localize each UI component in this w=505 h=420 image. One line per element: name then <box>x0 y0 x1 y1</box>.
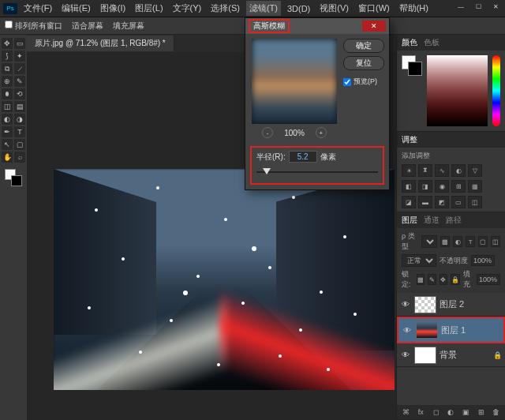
adj-threshold-icon[interactable]: ◩ <box>435 196 449 208</box>
layer-row[interactable]: 👁 图层 2 <box>397 293 505 317</box>
hue-slider[interactable] <box>492 55 500 126</box>
adj-photo-filter-icon[interactable]: ◉ <box>435 180 449 193</box>
preview-thumbnail[interactable] <box>252 39 337 124</box>
blend-mode-select[interactable]: 正常 <box>402 254 436 267</box>
menu-window[interactable]: 窗口(W) <box>355 1 393 16</box>
panel-swatches[interactable] <box>402 55 422 76</box>
adj-hue-icon[interactable]: ◧ <box>402 180 416 193</box>
layer-name[interactable]: 图层 2 <box>440 298 464 310</box>
layer-name[interactable]: 背景 <box>440 349 457 361</box>
radius-input[interactable] <box>289 151 317 163</box>
path-tool[interactable]: ↖ <box>2 139 13 150</box>
color-swatches[interactable] <box>5 169 22 186</box>
mask-icon[interactable]: ◻ <box>430 407 441 418</box>
gaussian-blur-dialog[interactable]: 高斯模糊 ✕ - 100% + 确定 复位 预览(P) 半径(R): 像素 <box>245 17 390 190</box>
menu-layer[interactable]: 图层(L) <box>132 1 166 16</box>
lock-pos-icon[interactable]: ✥ <box>440 274 448 285</box>
tab-adjust[interactable]: 调整 <box>402 134 417 145</box>
menu-filter[interactable]: 滤镜(T) <box>246 1 281 16</box>
opt-fill[interactable]: 填充屏幕 <box>113 21 144 32</box>
wand-tool[interactable]: ✦ <box>14 51 25 62</box>
radius-slider[interactable] <box>256 167 378 177</box>
history-brush-tool[interactable]: ⟲ <box>14 88 25 99</box>
menu-select[interactable]: 选择(S) <box>208 1 243 16</box>
adj-curves-icon[interactable]: ∿ <box>435 164 449 177</box>
link-icon[interactable]: ⌘ <box>400 407 411 418</box>
adjustment-icon[interactable]: ◐ <box>445 407 456 418</box>
blur-tool[interactable]: ◐ <box>2 114 13 125</box>
lasso-tool[interactable]: ⟆ <box>2 51 13 62</box>
layer-thumb[interactable] <box>414 347 436 364</box>
menu-type[interactable]: 文字(Y) <box>170 1 205 16</box>
adj-vibrance-icon[interactable]: ▽ <box>468 164 482 177</box>
layer-kind-select[interactable] <box>421 235 437 248</box>
layer-row-selected[interactable]: 👁 图层 1 <box>397 317 505 343</box>
preview-checkbox[interactable]: 预览(P) <box>343 77 384 87</box>
shape-tool[interactable]: ▢ <box>14 139 25 150</box>
lock-pixel-icon[interactable]: ✎ <box>428 274 436 285</box>
fx-icon[interactable]: fx <box>415 407 426 418</box>
maximize-button[interactable]: ☐ <box>470 2 486 11</box>
visibility-icon[interactable]: 👁 <box>400 350 411 361</box>
adj-selcolor-icon[interactable]: ◫ <box>468 196 482 208</box>
move-tool[interactable]: ✥ <box>2 38 13 49</box>
menu-view[interactable]: 视图(V) <box>316 1 352 16</box>
ok-button[interactable]: 确定 <box>343 39 384 53</box>
dodge-tool[interactable]: ◑ <box>14 114 25 125</box>
menu-file[interactable]: 文件(F) <box>21 1 55 16</box>
zoom-tool[interactable]: ⌕ <box>14 152 25 163</box>
filter-pixel-icon[interactable]: ▩ <box>440 236 450 247</box>
visibility-icon[interactable]: 👁 <box>400 299 411 310</box>
gradient-tool[interactable]: ▤ <box>14 101 25 112</box>
type-tool[interactable]: T <box>14 126 25 137</box>
opacity-input[interactable] <box>471 255 495 266</box>
adj-invert-icon[interactable]: ◪ <box>402 196 416 208</box>
pen-tool[interactable]: ✒ <box>2 126 13 137</box>
eraser-tool[interactable]: ◫ <box>2 101 13 112</box>
menu-help[interactable]: 帮助(H) <box>396 1 432 16</box>
crop-tool[interactable]: ⧉ <box>2 63 13 74</box>
layer-name[interactable]: 图层 1 <box>441 324 466 336</box>
document-tab[interactable]: 原片.jpg @ 71.2% (图层 1, RGB/8#) * <box>27 36 174 51</box>
layer-row[interactable]: 👁 背景 🔒 <box>397 343 505 367</box>
new-layer-icon[interactable]: ⊞ <box>476 407 487 418</box>
cancel-button[interactable]: 复位 <box>343 56 384 70</box>
adj-lookup-icon[interactable]: ▦ <box>468 180 482 193</box>
filter-type-icon[interactable]: T <box>466 236 475 247</box>
zoom-in-button[interactable]: + <box>316 127 327 138</box>
stamp-tool[interactable]: ⧯ <box>2 88 13 99</box>
heal-tool[interactable]: ⊕ <box>2 76 13 87</box>
menu-image[interactable]: 图像(I) <box>97 1 129 16</box>
tab-swatches[interactable]: 色板 <box>424 37 440 48</box>
opt-fit[interactable]: 适合屏幕 <box>72 21 103 32</box>
group-icon[interactable]: ▣ <box>461 407 472 418</box>
color-field[interactable] <box>427 55 488 126</box>
marquee-tool[interactable]: ▭ <box>14 38 25 49</box>
filter-adjust-icon[interactable]: ◐ <box>453 236 462 247</box>
minimize-button[interactable]: — <box>453 2 469 11</box>
tab-color[interactable]: 颜色 <box>402 37 417 48</box>
zoom-out-button[interactable]: - <box>262 127 273 138</box>
tab-paths[interactable]: 路径 <box>446 215 462 226</box>
lock-trans-icon[interactable]: ▩ <box>417 274 425 285</box>
tab-layers[interactable]: 图层 <box>402 215 417 226</box>
window-controls[interactable]: — ☐ ✕ <box>453 2 503 11</box>
trash-icon[interactable]: 🗑 <box>491 407 502 418</box>
adj-brightness-icon[interactable]: ☀ <box>402 164 416 177</box>
adj-gradmap-icon[interactable]: ▭ <box>451 196 466 208</box>
brush-tool[interactable]: ✎ <box>14 76 25 87</box>
dialog-close-button[interactable]: ✕ <box>362 21 386 32</box>
layer-thumb[interactable] <box>416 321 438 339</box>
opt-arrange[interactable]: 排列所有窗口 <box>5 21 62 32</box>
adj-mixer-icon[interactable]: ⊞ <box>451 180 466 193</box>
lock-all-icon[interactable]: 🔒 <box>451 274 460 285</box>
adj-exposure-icon[interactable]: ◐ <box>451 164 466 177</box>
fill-input[interactable] <box>477 274 500 285</box>
close-button[interactable]: ✕ <box>488 2 503 11</box>
adj-poster-icon[interactable]: ▬ <box>418 196 432 208</box>
menu-3d[interactable]: 3D(D) <box>284 2 313 15</box>
canvas-image[interactable] <box>54 169 395 390</box>
eyedropper-tool[interactable]: ⟋ <box>14 63 25 74</box>
layer-thumb[interactable] <box>414 296 436 313</box>
adj-levels-icon[interactable]: ⧗ <box>418 164 432 177</box>
